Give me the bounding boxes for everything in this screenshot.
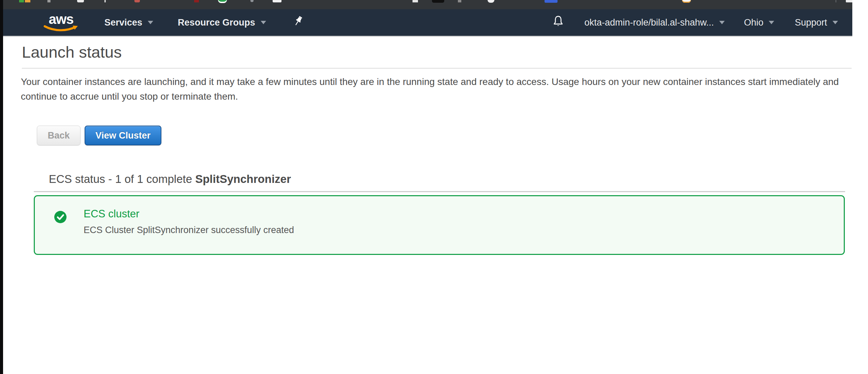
menubar-icon-fragment	[104, 0, 106, 2]
launch-description-line1: Your container instances are launching, …	[21, 74, 852, 89]
nav-services-label: Services	[104, 17, 142, 28]
nav-resource-groups-menu[interactable]: Resource Groups	[178, 17, 266, 28]
bell-icon[interactable]	[552, 14, 565, 31]
menubar-icon-fragment	[19, 0, 24, 2]
success-panel: ECS cluster ECS Cluster SplitSynchronize…	[34, 195, 845, 255]
menubar-icon-fragment	[682, 0, 691, 3]
ecs-status-resource-name: SplitSynchronizer	[195, 173, 291, 185]
success-message: ECS Cluster SplitSynchronizer successful…	[84, 225, 294, 235]
nav-left-group: aws Services Resource Groups	[3, 13, 304, 32]
nav-services-menu[interactable]: Services	[104, 17, 153, 28]
nav-right-group: okta-admin-role/bilal.al-shahw... Ohio S…	[552, 14, 838, 31]
nav-support-label: Support	[795, 17, 827, 28]
menubar-icon-fragment	[413, 0, 418, 2]
ecs-status-heading: ECS status - 1 of 1 complete SplitSynchr…	[49, 173, 852, 186]
menubar-icon-fragment	[488, 0, 494, 3]
aws-logo-text: aws	[49, 13, 74, 25]
chevron-down-icon	[719, 21, 725, 24]
title-divider	[22, 68, 852, 69]
ecs-status-heading-prefix: ECS status - 1 of 1 complete	[49, 173, 195, 185]
aws-logo[interactable]: aws	[43, 13, 79, 32]
success-title: ECS cluster	[84, 208, 294, 220]
menubar-icon-fragment	[194, 0, 199, 2]
nav-account-label: okta-admin-role/bilal.al-shahw...	[584, 17, 714, 28]
menubar-icon-fragment	[77, 0, 84, 2]
menubar-icon-fragment	[25, 0, 30, 2]
menubar-icon-fragment	[134, 0, 140, 2]
nav-region-menu[interactable]: Ohio	[744, 17, 774, 28]
status-divider	[34, 191, 845, 192]
browser-top-strip	[3, 0, 852, 9]
chevron-down-icon	[261, 21, 266, 24]
menubar-icon-fragment	[250, 0, 254, 2]
nav-resource-groups-label: Resource Groups	[178, 17, 255, 28]
main-content: Launch status Your container instances a…	[3, 38, 852, 374]
aws-smile-icon	[43, 25, 79, 32]
launch-description: Your container instances are launching, …	[21, 74, 852, 104]
menubar-icon-fragment	[458, 0, 461, 2]
chevron-down-icon	[769, 21, 774, 24]
menubar-icon-fragment	[836, 0, 836, 2]
menubar-icon-fragment	[545, 0, 558, 3]
success-check-icon	[54, 211, 67, 224]
pushpin-icon[interactable]	[293, 15, 304, 30]
menubar-icon-fragment	[273, 0, 281, 2]
screen-left-edge	[0, 0, 3, 374]
chevron-down-icon	[148, 21, 153, 24]
menubar-icon-fragment	[432, 0, 444, 3]
page-title: Launch status	[22, 43, 852, 61]
nav-support-menu[interactable]: Support	[795, 17, 838, 28]
back-button[interactable]: Back	[37, 126, 81, 145]
nav-account-menu[interactable]: okta-admin-role/bilal.al-shahw...	[584, 17, 725, 28]
menubar-icon-fragment	[218, 0, 227, 3]
success-text-block: ECS cluster ECS Cluster SplitSynchronize…	[84, 208, 294, 235]
menubar-icon-fragment	[846, 0, 852, 2]
action-buttons: Back View Cluster	[37, 126, 852, 145]
launch-description-line2: continue to accrue until you stop or ter…	[21, 89, 852, 104]
aws-nav-bar: aws Services Resource Groups	[3, 9, 852, 37]
nav-region-label: Ohio	[744, 17, 763, 28]
menubar-icon-fragment	[47, 0, 50, 2]
chevron-down-icon	[833, 21, 838, 24]
view-cluster-button[interactable]: View Cluster	[85, 126, 161, 145]
